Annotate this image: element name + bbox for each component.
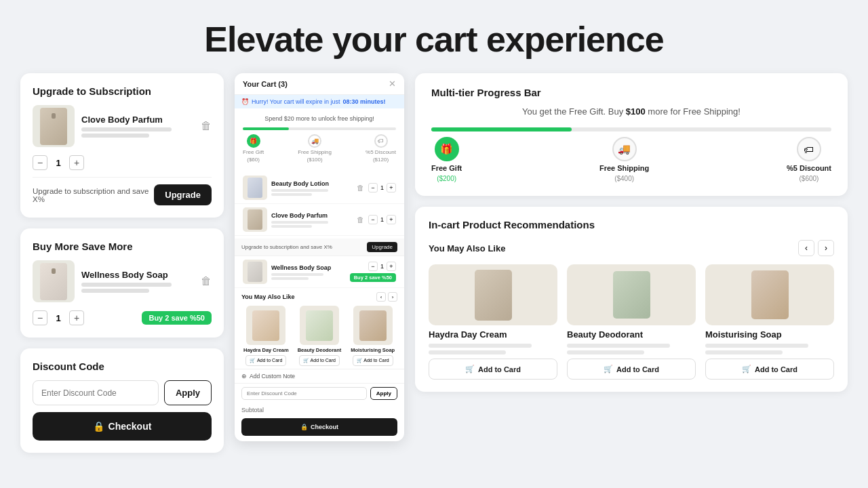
cart-discount-row: Apply <box>235 383 404 403</box>
cart-preview-column: Your Cart (3) ✕ ⏰ Hurry! Your cart will … <box>235 73 404 453</box>
upgrade-qty-minus[interactable]: − <box>33 155 47 170</box>
milestone-shipping: 🚚 Free Shipping ($100) <box>298 134 332 163</box>
rec-item-2-add-btn[interactable]: 🛒 Add to Card <box>567 359 696 380</box>
rec-item-1-add-btn[interactable]: 🛒 Add to Card <box>429 359 557 380</box>
milestone-discount-label: %5 Discount <box>366 149 396 155</box>
buy-more-product-row: Wellness Body Soap 🗑 <box>33 260 212 302</box>
cart-ymal-add-1[interactable]: 🛒 Add to Card <box>245 355 286 366</box>
big-milestone-shipping-icon: 🚚 <box>612 137 637 161</box>
upgrade-button[interactable]: Upgrade <box>154 184 212 205</box>
plus-circle-icon: ⊕ <box>241 373 247 380</box>
apply-button[interactable]: Apply <box>164 380 212 405</box>
cart-item-parfum-delete[interactable]: 🗑 <box>357 216 364 224</box>
progress-desc-prefix: You get the Free Gift. Buy <box>522 106 623 117</box>
upgrade-qty-value: 1 <box>53 158 64 168</box>
cart-ymal-add-2[interactable]: 🛒 Add to Card <box>299 355 340 366</box>
cart-icon-3: 🛒 <box>742 365 751 373</box>
parfum-qty-value: 1 <box>380 216 384 223</box>
milestone-shipping-sub: ($100) <box>307 157 323 163</box>
rec-nav-prev[interactable]: ‹ <box>798 240 814 256</box>
right-column: Multi-tier Progress Bar You get the Free… <box>415 73 848 453</box>
progress-desc-suffix: more for Free Shipping! <box>648 106 741 117</box>
cart-ymal-section: You May Also Like ‹ › Haydra Day Cream 🛒… <box>235 288 404 369</box>
upgrade-subscription-card: Upgrade to Subscription Clove Body Parfu… <box>20 73 224 218</box>
soap-qty-plus[interactable]: + <box>387 262 396 271</box>
cart-ymal-header: You May Also Like ‹ › <box>241 292 397 302</box>
cart-item-parfum-image <box>243 207 267 232</box>
checkout-button[interactable]: 🔒 Checkout <box>33 412 212 441</box>
cart-item-soap-qty: − 1 + <box>368 262 396 271</box>
cart-ymal-prev[interactable]: ‹ <box>376 292 386 302</box>
parfum-qty-plus[interactable]: + <box>387 215 396 224</box>
buy-more-product-name: Wellness Body Soap <box>81 270 194 280</box>
cart-progress-track <box>243 127 396 130</box>
cart-apply-button[interactable]: Apply <box>370 387 397 400</box>
rec-item-1-image <box>429 264 557 325</box>
discount-code-card: Discount Code Apply 🔒 Checkout <box>20 348 224 453</box>
lotion-qty-plus[interactable]: + <box>387 183 396 192</box>
cart-item-lotion-delete[interactable]: 🗑 <box>357 184 364 192</box>
cart-ymal-nav: ‹ › <box>376 292 397 302</box>
cart-item-parfum-details: Clove Body Parfum <box>271 212 353 228</box>
cart-sub-text: Upgrade to subscription and save X% <box>241 244 332 250</box>
milestone-gift-sub: ($60) <box>247 157 260 163</box>
buy-more-delete-icon[interactable]: 🗑 <box>201 275 212 287</box>
soap-qty-value: 1 <box>380 263 384 270</box>
cart-item-parfum-name: Clove Body Parfum <box>271 212 353 219</box>
cart-icon-1: 🛒 <box>465 365 475 373</box>
cart-ymal-img-2 <box>300 306 339 345</box>
timer-text: Hurry! Your cart will expire in just <box>252 98 340 105</box>
cart-icon-2: 🛒 <box>604 365 613 373</box>
upgrade-delete-icon[interactable]: 🗑 <box>201 120 212 132</box>
lotion-qty-minus[interactable]: − <box>368 183 378 192</box>
rec-nav-next[interactable]: › <box>818 240 834 256</box>
cart-ymal-add-3[interactable]: 🛒 Add to Card <box>353 355 393 366</box>
cart-item-parfum-qty: − 1 + <box>368 215 396 224</box>
upgrade-qty-plus[interactable]: + <box>69 155 84 170</box>
big-milestone-gift: 🎁 Free Gift ($200) <box>431 137 462 182</box>
milestone-discount-sub: ($120) <box>373 157 389 163</box>
progress-desc-amount: $100 <box>626 106 646 117</box>
soap-qty-minus[interactable]: − <box>368 262 378 271</box>
milestone-gift-icon: 🎁 <box>247 134 260 148</box>
rec-item-3-name: Moisturising Soap <box>705 329 834 340</box>
cart-item-lotion-details: Beauty Body Lotion <box>271 180 353 196</box>
milestone-discount: 🏷 %5 Discount ($120) <box>366 134 396 163</box>
cart-ymal-name-3: Moisturising Soap <box>351 347 395 353</box>
progress-bar-card: Multi-tier Progress Bar You get the Free… <box>415 73 848 196</box>
milestone-shipping-icon: 🚚 <box>308 134 321 148</box>
buy-more-qty-minus[interactable]: − <box>33 310 47 325</box>
upgrade-product-name: Clove Body Parfum <box>81 115 194 125</box>
lock-icon: 🔒 <box>93 421 104 432</box>
cart-mini-upgrade-btn[interactable]: Upgrade <box>367 242 397 252</box>
cart-items-list: Beauty Body Lotion 🗑 − 1 + <box>235 169 404 239</box>
progress-bar-milestones: 🎁 Free Gift ($200) 🚚 Free Shipping ($400… <box>431 137 831 182</box>
cart-ymal-next[interactable]: › <box>388 292 397 302</box>
cart-custom-note-label: Add Custom Note <box>250 373 295 380</box>
rec-item-3: Moisturising Soap 🛒 Add to Card <box>705 264 834 380</box>
buy-more-qty-plus[interactable]: + <box>69 310 84 325</box>
cart-ymal-name-1: Haydra Day Cream <box>243 347 289 353</box>
cart-close-icon[interactable]: ✕ <box>389 79 396 89</box>
big-milestone-discount-sub: ($600) <box>800 175 819 182</box>
cart-item-soap: Wellness Body Soap − 1 + Buy 2 save %50 <box>235 256 404 288</box>
milestone-gift-label: Free Gift <box>243 149 264 155</box>
rec-item-3-add-btn[interactable]: 🛒 Add to Card <box>705 359 834 380</box>
cart-lock-icon: 🔒 <box>300 424 308 430</box>
cart-discount-input[interactable] <box>241 387 367 400</box>
lotion-qty-value: 1 <box>380 184 384 191</box>
cart-custom-note[interactable]: ⊕ Add Custom Note <box>235 369 404 383</box>
big-milestone-discount-label: %5 Discount <box>787 164 831 172</box>
upgrade-qty-control: − 1 + <box>33 155 84 170</box>
progress-bar-card-title: Multi-tier Progress Bar <box>431 87 831 98</box>
big-milestone-discount: 🏷 %5 Discount ($600) <box>787 137 831 182</box>
cart-item-soap-name: Wellness Body Soap <box>271 264 346 271</box>
parfum-qty-minus[interactable]: − <box>368 215 378 224</box>
discount-code-input[interactable] <box>33 380 159 405</box>
buy-more-qty-value: 1 <box>53 313 64 323</box>
rec-card-title: In-cart Product Recommendations <box>429 219 834 230</box>
buy-more-product-image <box>33 260 75 302</box>
progress-bar-desc: You get the Free Gift. Buy $100 more for… <box>431 106 831 117</box>
cart-ymal-img-1 <box>246 306 285 345</box>
cart-checkout-button[interactable]: 🔒 Checkout <box>241 418 397 436</box>
